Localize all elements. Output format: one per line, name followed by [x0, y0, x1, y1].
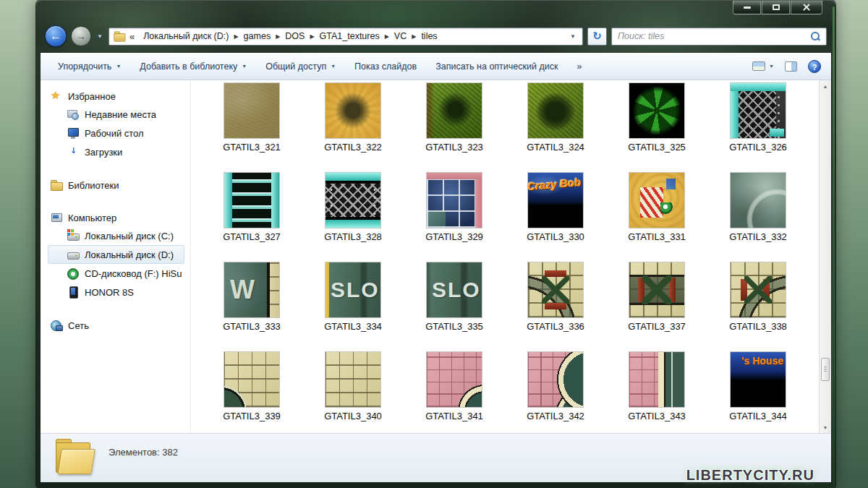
change-view-button[interactable]: ▼: [752, 61, 774, 71]
toolbar-button[interactable]: Упорядочить▼: [51, 58, 128, 75]
breadcrumb-item[interactable]: games: [239, 30, 276, 43]
sidebar-group-header[interactable]: Сеть: [48, 317, 190, 334]
file-item[interactable]: GTATIL3_325: [606, 83, 707, 173]
maximize-button[interactable]: [762, 1, 790, 14]
breadcrumb-item[interactable]: Локальный диск (D:): [139, 30, 233, 43]
file-item[interactable]: GTATIL3_336: [505, 262, 606, 352]
file-thumbnail: SLO: [326, 262, 380, 317]
sidebar-group-header[interactable]: Избранное: [48, 87, 190, 105]
file-item[interactable]: GTATIL3_331: [606, 173, 707, 262]
file-name-label: GTATIL3_328: [324, 231, 382, 242]
drive-c-icon: [67, 230, 79, 241]
preview-pane-button[interactable]: [785, 61, 797, 72]
file-thumbnail: [528, 352, 583, 407]
file-item[interactable]: GTATIL3_328: [302, 173, 404, 262]
address-bar[interactable]: « Локальный диск (D:)▶games▶DOS▶GTA1_tex…: [109, 27, 583, 46]
minimize-button[interactable]: [733, 1, 761, 14]
toolbar-button[interactable]: Добавить в библиотеку▼: [132, 58, 254, 75]
file-item[interactable]: GTATIL3_337: [606, 262, 707, 352]
file-item[interactable]: GTATIL3_321: [201, 83, 302, 173]
file-thumbnail: SLO: [427, 262, 482, 317]
file-name-label: GTATIL3_335: [425, 321, 483, 332]
windows-flag-icon: [67, 229, 74, 236]
downloads-icon: ↓: [67, 146, 79, 158]
search-box[interactable]: [611, 27, 827, 46]
toolbar-button[interactable]: Показ слайдов: [347, 58, 424, 75]
help-button[interactable]: ?: [808, 60, 821, 73]
file-item[interactable]: GTATIL3_341: [404, 352, 505, 433]
file-item[interactable]: 's HouseGTATIL3_344: [707, 352, 809, 433]
address-dropdown-button[interactable]: ▼: [566, 33, 579, 40]
sidebar-item-label: Рабочий стол: [85, 128, 144, 139]
file-item[interactable]: SLOGTATIL3_335: [404, 262, 505, 352]
scroll-track[interactable]: [820, 92, 831, 421]
breadcrumb-separator-icon[interactable]: ▶: [275, 33, 281, 40]
breadcrumb-collapse-button[interactable]: «: [127, 31, 137, 42]
file-item[interactable]: GTATIL3_339: [201, 352, 302, 433]
breadcrumb-item[interactable]: VC: [390, 30, 411, 43]
scroll-down-button[interactable]: ▼: [820, 421, 831, 433]
file-name-label: GTATIL3_327: [223, 231, 281, 242]
file-item[interactable]: GTATIL3_322: [302, 83, 404, 173]
file-item[interactable]: GTATIL3_340: [302, 352, 404, 433]
sidebar-item[interactable]: CD-дисковод (F:) HiSu: [48, 264, 184, 283]
thumbnail-text: W: [224, 262, 279, 317]
title-bar[interactable]: [36, 1, 835, 22]
file-item[interactable]: Crazy BobGTATIL3_330: [505, 173, 606, 262]
breadcrumb-item[interactable]: DOS: [281, 30, 309, 43]
file-name-label: GTATIL3_342: [527, 411, 584, 421]
scroll-up-button[interactable]: ▲: [820, 80, 831, 92]
toolbar-button[interactable]: Общий доступ▼: [258, 58, 343, 75]
file-item[interactable]: WGTATIL3_333: [201, 262, 302, 352]
scroll-thumb[interactable]: [821, 358, 830, 381]
sidebar-item[interactable]: HONOR 8S: [48, 283, 184, 301]
file-name-label: GTATIL3_332: [729, 231, 787, 242]
close-button[interactable]: [791, 1, 822, 14]
file-item[interactable]: GTATIL3_343: [606, 352, 707, 433]
toolbar-button-label: Добавить в библиотеку: [140, 61, 237, 72]
breadcrumb-separator-icon[interactable]: ▶: [411, 33, 417, 40]
history-dropdown-button[interactable]: ▼: [95, 33, 104, 40]
toolbar-button[interactable]: »: [569, 58, 589, 75]
file-thumbnail: [326, 352, 380, 407]
arrow-right-icon: →: [76, 30, 86, 42]
star-icon: [51, 90, 62, 102]
file-item[interactable]: GTATIL3_329: [404, 173, 505, 262]
breadcrumb-separator-icon[interactable]: ▶: [384, 33, 390, 40]
file-item[interactable]: GTATIL3_323: [404, 83, 505, 173]
file-thumbnail: [528, 262, 583, 317]
search-input[interactable]: [618, 31, 806, 41]
sidebar-item[interactable]: Локальный диск (C:): [48, 226, 184, 245]
file-item[interactable]: GTATIL3_332: [707, 173, 809, 262]
sidebar-group-header[interactable]: Компьютер: [48, 209, 190, 226]
file-thumbnail: [629, 173, 684, 228]
breadcrumb-item[interactable]: GTA1_textures: [315, 30, 384, 43]
folder-icon: [114, 30, 124, 41]
file-thumbnail: W: [224, 262, 279, 317]
file-item[interactable]: GTATIL3_326: [707, 83, 809, 173]
sidebar-item-label: Локальный диск (C:): [85, 231, 174, 241]
breadcrumb-separator-icon[interactable]: ▶: [309, 33, 315, 40]
file-item[interactable]: GTATIL3_342: [505, 352, 606, 433]
vertical-scrollbar[interactable]: ▲ ▼: [819, 80, 831, 433]
file-name-label: GTATIL3_331: [628, 231, 686, 242]
file-item[interactable]: GTATIL3_338: [707, 262, 809, 352]
refresh-icon: ↻: [592, 30, 602, 43]
refresh-button[interactable]: ↻: [587, 27, 607, 46]
forward-button[interactable]: →: [71, 26, 91, 46]
explorer-window: ← → ▼ « Локальный диск (D:)▶games▶DOS▶GT…: [36, 0, 835, 488]
sidebar-item[interactable]: Рабочий стол: [48, 124, 184, 142]
sidebar-item[interactable]: ↓Загрузки: [48, 142, 184, 161]
file-item[interactable]: GTATIL3_327: [201, 173, 302, 262]
sidebar-item[interactable]: Локальный диск (D:): [48, 245, 184, 264]
file-item[interactable]: GTATIL3_324: [505, 83, 606, 173]
file-thumbnail: [224, 352, 279, 407]
client-area: Упорядочить▼Добавить в библиотеку▼Общий …: [41, 53, 831, 482]
breadcrumb-separator-icon[interactable]: ▶: [233, 33, 239, 40]
back-button[interactable]: ←: [45, 25, 67, 47]
file-item[interactable]: SLOGTATIL3_334: [302, 262, 404, 352]
sidebar-item[interactable]: Недавние места: [48, 105, 184, 124]
sidebar-group-header[interactable]: Библиотеки: [48, 176, 190, 194]
toolbar-button[interactable]: Записать на оптический диск: [428, 58, 565, 75]
breadcrumb-item[interactable]: tiles: [417, 30, 441, 43]
